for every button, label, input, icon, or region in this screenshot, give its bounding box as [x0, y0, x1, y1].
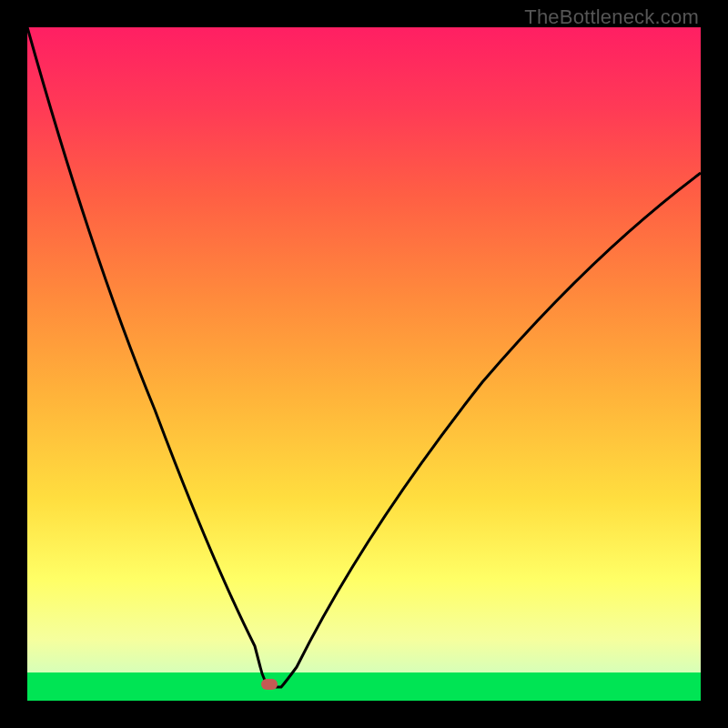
deviation-curve [27, 27, 701, 687]
curve-svg [27, 27, 701, 701]
watermark-text: TheBottleneck.com [524, 5, 699, 29]
bottleneck-marker [261, 679, 278, 690]
chart-frame: TheBottleneck.com [0, 0, 728, 728]
plot-area [27, 27, 701, 701]
